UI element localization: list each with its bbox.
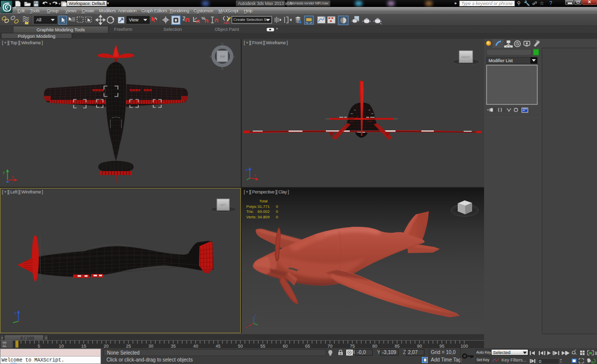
svg-text:30: 30 — [148, 344, 153, 349]
svg-text:55: 55 — [260, 344, 265, 349]
svg-text:34.809: 34.809 — [258, 215, 270, 219]
svg-text:75: 75 — [350, 344, 355, 349]
svg-text:S: S — [221, 67, 223, 70]
svg-text:25: 25 — [126, 344, 131, 349]
svg-text:50: 50 — [238, 344, 243, 349]
svg-text:15: 15 — [81, 344, 86, 349]
svg-text:View: View — [129, 17, 139, 22]
svg-text:0: 0 — [276, 209, 279, 214]
svg-text:100: 100 — [461, 344, 468, 349]
svg-text:70: 70 — [327, 344, 332, 349]
svg-text:0: 0 — [539, 359, 541, 364]
svg-text:Polys:: Polys: — [246, 204, 257, 209]
svg-text:85: 85 — [395, 344, 399, 349]
svg-text:▾: ▾ — [49, 2, 51, 5]
svg-text:Tris:: Tris: — [246, 209, 254, 214]
svg-text:z: z — [255, 314, 256, 317]
svg-text:y: y — [3, 171, 5, 175]
svg-text:65: 65 — [305, 344, 310, 349]
svg-text:Total: Total — [259, 199, 268, 203]
svg-text:5: 5 — [38, 344, 40, 349]
svg-text:x: x — [254, 174, 256, 177]
svg-text:2: 2 — [183, 16, 186, 21]
svg-text:60: 60 — [283, 344, 288, 349]
svg-text:80: 80 — [372, 344, 377, 349]
svg-text:W: W — [209, 55, 212, 58]
svg-text:Verts:: Verts: — [246, 215, 256, 219]
svg-text:E: E — [233, 55, 235, 58]
svg-text:x: x — [246, 326, 247, 329]
svg-text:ABC: ABC — [223, 21, 230, 24]
svg-text:20: 20 — [103, 344, 108, 349]
svg-text:TOP: TOP — [220, 55, 225, 58]
svg-text:FRONT: FRONT — [461, 56, 470, 59]
svg-text:N: N — [221, 42, 223, 45]
svg-text:10: 10 — [59, 344, 64, 349]
svg-text:All: All — [36, 17, 41, 22]
svg-text:45: 45 — [215, 344, 220, 349]
svg-text:90: 90 — [417, 344, 422, 349]
svg-text:z: z — [246, 168, 248, 172]
svg-text:95: 95 — [439, 344, 444, 349]
svg-text:31.771: 31.771 — [258, 204, 270, 209]
svg-text:0: 0 — [276, 204, 279, 209]
svg-text:x: x — [12, 175, 14, 179]
svg-text:z: z — [14, 311, 16, 315]
svg-text:35: 35 — [171, 344, 176, 349]
svg-text:▾: ▾ — [59, 2, 61, 5]
svg-text:69.002: 69.002 — [258, 209, 270, 214]
svg-text:0: 0 — [276, 215, 279, 219]
svg-text:Modifier List: Modifier List — [489, 58, 513, 63]
svg-text:%: % — [201, 16, 205, 21]
svg-text:LEFT: LEFT — [220, 203, 226, 206]
svg-text:Create Selection Se: Create Selection Se — [233, 17, 269, 22]
svg-text:40: 40 — [193, 344, 198, 349]
